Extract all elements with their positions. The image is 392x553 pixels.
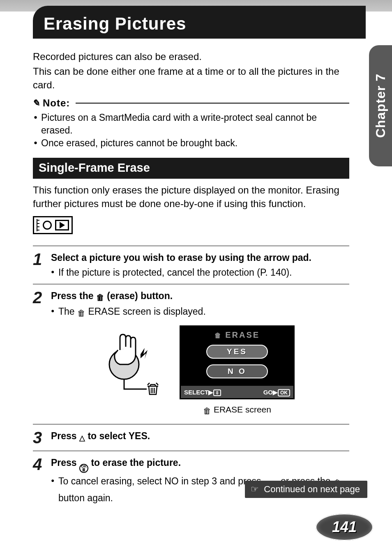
- note-bullet: Pictures on a SmartMedia card with a wri…: [34, 111, 349, 137]
- text-fragment: To cancel erasing, select NO in step 3 a…: [58, 476, 264, 486]
- step-title: Press OK≣ to erase the picture.: [51, 456, 349, 473]
- press-button-illustration: [106, 325, 163, 395]
- erase-screen-footer: SELECT▶⇳ GO▶OK: [181, 386, 293, 398]
- intro-line: Recorded pictures can also be erased.: [33, 50, 349, 63]
- text-fragment: Press: [51, 431, 79, 441]
- flash-icon: [141, 348, 148, 359]
- step-body: Select a picture you wish to erase by us…: [51, 251, 349, 279]
- dial-ticks-icon: [37, 219, 39, 231]
- erase-screen-column: 🗑 ERASE YES N O SELECT▶⇳ GO▶OK 🗑 ERASE s…: [180, 325, 295, 417]
- text-fragment: (erase) button.: [104, 290, 173, 301]
- playback-icon: [55, 220, 69, 230]
- step-number: 3: [33, 429, 45, 446]
- playback-mode-icon: [33, 216, 73, 234]
- manual-page: Chapter 7 Erasing Pictures Recorded pict…: [0, 0, 392, 553]
- step-body: Press the 🗑 (erase) button. The 🗑 ERASE …: [51, 289, 349, 419]
- note-label: Note:: [43, 97, 70, 109]
- mode-dial-icons: [33, 216, 349, 234]
- step-sub: If the picture is protected, cancel the …: [51, 266, 349, 279]
- erase-yes-button: YES: [206, 345, 268, 359]
- note-header: ✎ Note:: [33, 97, 349, 109]
- arrow-right-icon: ▶: [208, 389, 213, 396]
- step-sub: The 🗑 ERASE screen is displayed.: [51, 305, 349, 319]
- note-bullet: Once erased, pictures cannot be brought …: [34, 137, 349, 150]
- step-number: 1: [33, 251, 45, 279]
- section-heading-bar: Single-Frame Erase: [33, 158, 349, 179]
- erase-no-button: N O: [206, 364, 268, 378]
- step2-figure: 🗑 ERASE YES N O SELECT▶⇳ GO▶OK 🗑 ERASE s…: [51, 325, 349, 419]
- trash-icon: 🗑: [203, 405, 211, 417]
- triangle-up-icon: △: [79, 433, 85, 443]
- arrow-right-icon: ▶: [273, 389, 278, 396]
- page-title-banner: Erasing Pictures: [33, 6, 366, 39]
- erase-screen-mockup: 🗑 ERASE YES N O SELECT▶⇳ GO▶OK: [180, 325, 295, 399]
- circle-icon: [43, 221, 52, 230]
- text-fragment: The: [58, 306, 77, 317]
- chapter-label: Chapter 7: [373, 74, 388, 138]
- step-number: 4: [33, 456, 45, 505]
- note-bullets: Pictures on a SmartMedia card with a wri…: [33, 111, 349, 150]
- step-2: 2 Press the 🗑 (erase) button. The 🗑 ERAS…: [33, 284, 349, 424]
- step-body: Press △ to select YES.: [51, 429, 349, 446]
- intro-text: Recorded pictures can also be erased. Th…: [33, 50, 349, 92]
- continued-badge: Continued on next page: [245, 481, 367, 498]
- step-title: Select a picture you wish to erase by us…: [51, 251, 349, 264]
- select-hint: SELECT▶⇳: [184, 388, 221, 396]
- warning-icon: ✎: [32, 98, 42, 108]
- trash-icon: [148, 383, 158, 394]
- page-number-oval: 141: [316, 514, 373, 541]
- step-title: Press △ to select YES.: [51, 429, 349, 443]
- chapter-side-tab: Chapter 7: [369, 45, 392, 166]
- go-hint: GO▶OK: [263, 388, 290, 396]
- step-3: 3 Press △ to select YES.: [33, 424, 349, 451]
- note-rule: [76, 103, 349, 104]
- section-description: This function only erases the picture di…: [33, 184, 349, 210]
- content-column: Recorded pictures can also be erased. Th…: [33, 50, 349, 510]
- trash-icon: 🗑: [77, 307, 85, 319]
- ok-button-icon: OK≣: [79, 464, 88, 473]
- page-title: Erasing Pictures: [33, 6, 366, 34]
- step-title: Press the 🗑 (erase) button.: [51, 289, 349, 303]
- text-fragment: Press the: [51, 290, 96, 301]
- text-fragment: ERASE screen is displayed.: [85, 306, 206, 317]
- step-1: 1 Select a picture you wish to erase by …: [33, 246, 349, 284]
- erase-screen-title: 🗑 ERASE: [181, 329, 293, 341]
- intro-line: This can be done either one frame at a t…: [33, 65, 349, 92]
- erase-screen-caption: 🗑 ERASE screen: [203, 403, 271, 417]
- text-fragment: button again.: [58, 493, 113, 503]
- ok-box-icon: OK: [278, 389, 290, 396]
- page-number: 141: [332, 518, 357, 536]
- text-fragment: to select YES.: [85, 431, 150, 441]
- text-fragment: Press: [51, 457, 79, 468]
- trash-icon: 🗑: [96, 292, 104, 303]
- updown-icon: ⇳: [213, 389, 221, 396]
- step-number: 2: [33, 289, 45, 419]
- text-fragment: to erase the picture.: [88, 457, 181, 468]
